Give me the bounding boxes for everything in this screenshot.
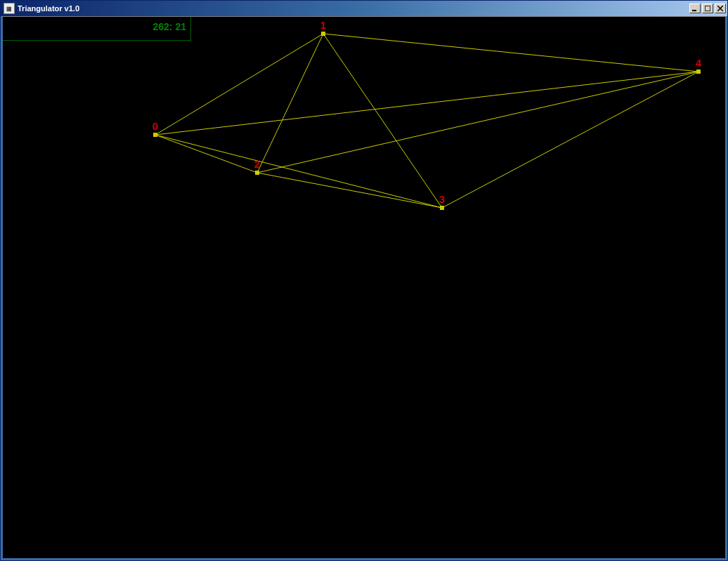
svg-rect-0 [692, 10, 696, 11]
window-controls [688, 4, 726, 13]
vertex-handle[interactable] [321, 32, 325, 36]
edge [155, 72, 698, 135]
vertex-handle[interactable] [696, 70, 701, 74]
app-icon: ▦ [4, 3, 15, 14]
titlebar[interactable]: ▦ Triangulator v1.0 [1, 1, 727, 16]
edge [257, 34, 323, 173]
close-button[interactable] [715, 4, 726, 13]
minimize-icon [692, 6, 698, 11]
edge [155, 135, 442, 208]
app-window: ▦ Triangulator v1.0 262: 21 01234 [0, 0, 728, 561]
edge [257, 72, 698, 173]
close-icon [717, 6, 723, 11]
edge [155, 34, 323, 135]
vertex-handle[interactable] [153, 133, 157, 137]
minimize-button[interactable] [689, 4, 701, 13]
vertex-handle[interactable] [255, 171, 259, 175]
window-title: Triangulator v1.0 [18, 4, 688, 13]
edge-layer [3, 17, 725, 558]
canvas-area[interactable]: 262: 21 01234 [1, 16, 727, 560]
edge [442, 72, 698, 208]
maximize-icon [705, 6, 710, 11]
vertex-handle[interactable] [440, 206, 444, 210]
edge [323, 34, 698, 72]
edge [155, 135, 257, 173]
edge [257, 173, 442, 208]
edge [323, 34, 442, 208]
svg-rect-1 [705, 6, 710, 11]
maximize-button[interactable] [702, 4, 713, 13]
coord-readout: 262: 21 [3, 17, 191, 41]
